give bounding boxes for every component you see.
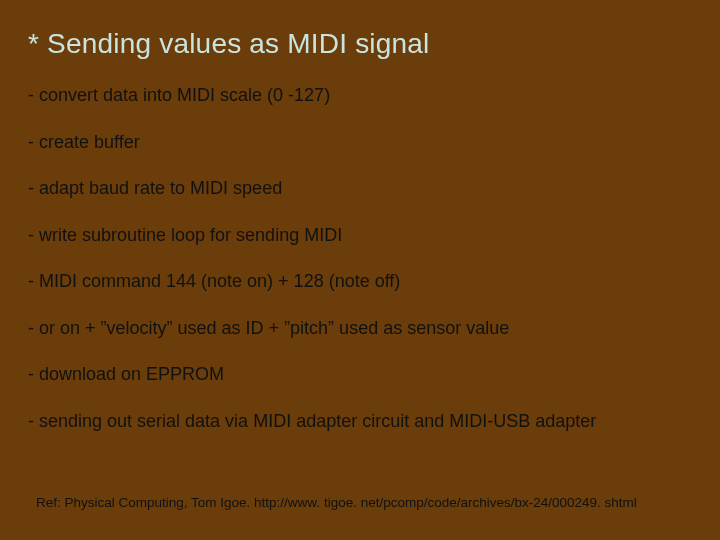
bullet-item: - adapt baud rate to MIDI speed <box>28 177 692 200</box>
slide: * Sending values as MIDI signal - conver… <box>0 0 720 540</box>
bullet-item: - create buffer <box>28 131 692 154</box>
bullet-item: - download on EPPROM <box>28 363 692 386</box>
reference-text: Ref: Physical Computing, Tom Igoe. http:… <box>36 495 637 510</box>
bullet-item: - or on + ”velocity” used as ID + ”pitch… <box>28 317 692 340</box>
bullet-item: - sending out serial data via MIDI adapt… <box>28 410 692 433</box>
slide-title: * Sending values as MIDI signal <box>28 28 692 60</box>
bullet-item: - convert data into MIDI scale (0 -127) <box>28 84 692 107</box>
bullet-item: - MIDI command 144 (note on) + 128 (note… <box>28 270 692 293</box>
bullet-item: - write subroutine loop for sending MIDI <box>28 224 692 247</box>
